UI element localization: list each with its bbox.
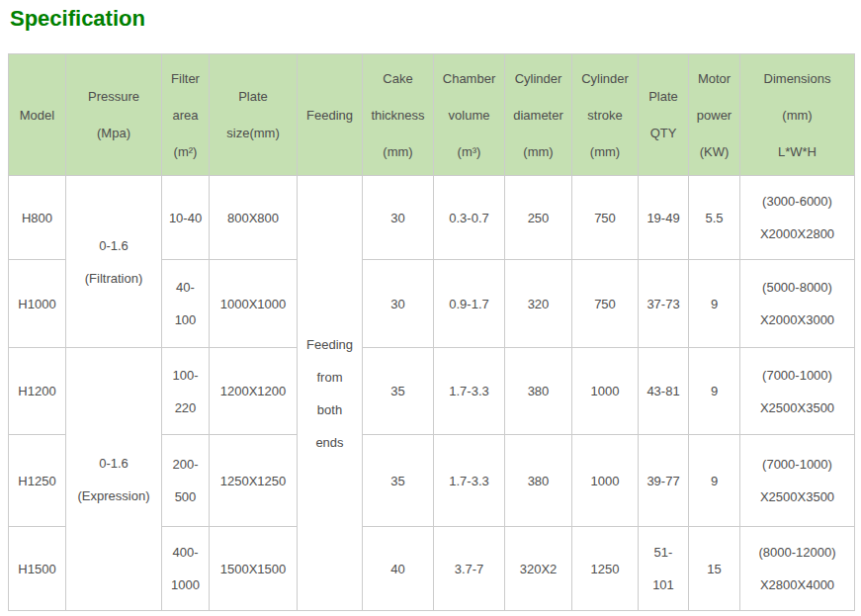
cell-cylinder-stroke: 1000 bbox=[572, 435, 639, 527]
cell-pressure-filtration: 0-1.6 (Filtration) bbox=[66, 176, 162, 348]
cell-filter-area: 100- 220 bbox=[162, 348, 210, 435]
cell-cake-thickness: 30 bbox=[363, 176, 434, 260]
cell-filter-area: 10-40 bbox=[162, 176, 210, 260]
header-feeding: Feeding bbox=[298, 54, 363, 176]
cell-plate-size: 1500X1500 bbox=[210, 527, 298, 611]
cell-pressure-expression: 0-1.6 (Expression) bbox=[66, 348, 162, 611]
cell-model: H1200 bbox=[9, 348, 66, 435]
cell-cake-thickness: 40 bbox=[363, 527, 434, 611]
table-row-h800: H800 0-1.6 (Filtration) 10-40 800X800 Fe… bbox=[9, 176, 855, 260]
cell-plate-qty: 19-49 bbox=[639, 176, 689, 260]
header-dimensions: Dimensions (mm) L*W*H bbox=[740, 54, 855, 176]
cell-chamber-volume: 0.9-1.7 bbox=[434, 260, 505, 348]
header-plate-qty: Plate QTY bbox=[639, 54, 689, 176]
header-row: Model Pressure (Mpa) Filter area (m²) Pl… bbox=[9, 54, 855, 176]
cell-plate-size: 1250X1250 bbox=[210, 435, 298, 527]
cell-plate-qty: 37-73 bbox=[639, 260, 689, 348]
cell-dimensions: (3000-6000) X2000X2800 bbox=[740, 176, 855, 260]
cell-cylinder-diameter: 320 bbox=[505, 260, 572, 348]
cell-filter-area: 400- 1000 bbox=[162, 527, 210, 611]
cell-cylinder-diameter: 380 bbox=[505, 348, 572, 435]
cell-dimensions: (7000-1000) X2500X3500 bbox=[740, 348, 855, 435]
specification-table: Model Pressure (Mpa) Filter area (m²) Pl… bbox=[8, 53, 855, 611]
table-row-h1200: H1200 0-1.6 (Expression) 100- 220 1200X1… bbox=[9, 348, 855, 435]
cell-dimensions: (8000-12000) X2800X4000 bbox=[740, 527, 855, 611]
cell-cake-thickness: 30 bbox=[363, 260, 434, 348]
page: Specification Model Pressure (Mpa) Filte… bbox=[0, 6, 861, 611]
cell-cylinder-stroke: 1250 bbox=[572, 527, 639, 611]
cell-plate-size: 1200X1200 bbox=[210, 348, 298, 435]
header-filter-area: Filter area (m²) bbox=[162, 54, 210, 176]
cell-model: H1500 bbox=[9, 527, 66, 611]
header-plate-size: Plate size(mm) bbox=[210, 54, 298, 176]
header-cake-thickness: Cake thickness (mm) bbox=[363, 54, 434, 176]
header-model: Model bbox=[9, 54, 66, 176]
cell-cake-thickness: 35 bbox=[363, 435, 434, 527]
cell-dimensions: (5000-8000) X2000X3000 bbox=[740, 260, 855, 348]
page-title: Specification bbox=[10, 6, 861, 32]
header-motor-power: Motor power (KW) bbox=[689, 54, 740, 176]
cell-cylinder-stroke: 750 bbox=[572, 176, 639, 260]
cell-cake-thickness: 35 bbox=[363, 348, 434, 435]
header-cylinder-diameter: Cylinder diameter (mm) bbox=[505, 54, 572, 176]
cell-cylinder-diameter: 320X2 bbox=[505, 527, 572, 611]
cell-model: H1000 bbox=[9, 260, 66, 348]
cell-cylinder-stroke: 750 bbox=[572, 260, 639, 348]
cell-motor-power: 9 bbox=[689, 260, 740, 348]
cell-model: H800 bbox=[9, 176, 66, 260]
cell-plate-qty: 39-77 bbox=[639, 435, 689, 527]
cell-cylinder-diameter: 380 bbox=[505, 435, 572, 527]
cell-filter-area: 40- 100 bbox=[162, 260, 210, 348]
cell-cylinder-diameter: 250 bbox=[505, 176, 572, 260]
cell-plate-qty: 43-81 bbox=[639, 348, 689, 435]
header-pressure: Pressure (Mpa) bbox=[66, 54, 162, 176]
cell-dimensions: (7000-1000) X2500X3500 bbox=[740, 435, 855, 527]
cell-motor-power: 9 bbox=[689, 435, 740, 527]
cell-chamber-volume: 0.3-0.7 bbox=[434, 176, 505, 260]
header-cylinder-stroke: Cylinder stroke (mm) bbox=[572, 54, 639, 176]
header-chamber-volume: Chamber volume (m³) bbox=[434, 54, 505, 176]
cell-motor-power: 9 bbox=[689, 348, 740, 435]
cell-plate-size: 1000X1000 bbox=[210, 260, 298, 348]
cell-motor-power: 15 bbox=[689, 527, 740, 611]
cell-chamber-volume: 1.7-3.3 bbox=[434, 435, 505, 527]
cell-cylinder-stroke: 1000 bbox=[572, 348, 639, 435]
cell-plate-qty: 51- 101 bbox=[639, 527, 689, 611]
cell-chamber-volume: 3.7-7 bbox=[434, 527, 505, 611]
cell-filter-area: 200- 500 bbox=[162, 435, 210, 527]
cell-chamber-volume: 1.7-3.3 bbox=[434, 348, 505, 435]
cell-model: H1250 bbox=[9, 435, 66, 527]
cell-feeding: Feeding from both ends bbox=[298, 176, 363, 611]
cell-plate-size: 800X800 bbox=[210, 176, 298, 260]
cell-motor-power: 5.5 bbox=[689, 176, 740, 260]
